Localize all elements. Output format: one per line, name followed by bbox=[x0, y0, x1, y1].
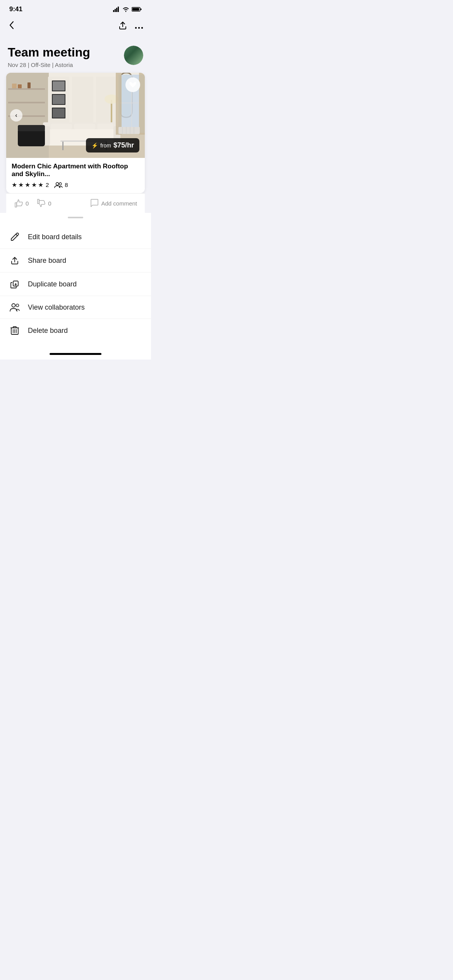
svg-rect-0 bbox=[113, 10, 114, 12]
svg-rect-13 bbox=[8, 88, 45, 90]
people-icon bbox=[9, 303, 20, 312]
svg-point-8 bbox=[138, 27, 140, 28]
delete-board-item[interactable]: Delete board bbox=[0, 319, 151, 342]
home-indicator bbox=[0, 350, 151, 360]
pencil-icon bbox=[9, 232, 20, 242]
review-count: 2 bbox=[46, 182, 49, 188]
wifi-icon bbox=[122, 7, 129, 12]
nav-bar bbox=[0, 16, 151, 38]
star-3: ★ bbox=[25, 181, 30, 188]
more-options-button[interactable] bbox=[135, 22, 143, 31]
delete-board-label: Delete board bbox=[28, 327, 68, 335]
drag-handle[interactable] bbox=[0, 213, 151, 222]
avatar[interactable] bbox=[124, 46, 143, 65]
duplicate-icon bbox=[9, 279, 20, 289]
svg-rect-6 bbox=[141, 9, 142, 10]
svg-rect-35 bbox=[74, 124, 95, 129]
share-board-label: Share board bbox=[28, 257, 66, 265]
venue-name: Modern Chic Apartment with Rooftop and S… bbox=[12, 163, 139, 178]
svg-point-7 bbox=[135, 27, 137, 28]
favorite-button[interactable] bbox=[125, 77, 140, 92]
share-upload-button[interactable] bbox=[118, 21, 127, 32]
dislike-button[interactable]: 0 bbox=[36, 199, 51, 207]
view-collaborators-item[interactable]: View collaborators bbox=[0, 296, 151, 319]
venue-card: ‹ ⚡ from $75/hr Modern Chic Apartment wi… bbox=[6, 73, 145, 193]
add-comment-label: Add comment bbox=[101, 200, 137, 207]
like-button[interactable]: 0 bbox=[14, 199, 29, 207]
svg-rect-46 bbox=[139, 73, 145, 135]
svg-rect-1 bbox=[115, 9, 116, 12]
svg-rect-36 bbox=[97, 124, 113, 129]
svg-rect-3 bbox=[118, 7, 119, 12]
drag-handle-bar bbox=[68, 217, 83, 218]
back-button[interactable] bbox=[8, 19, 15, 33]
capacity-count: 8 bbox=[65, 182, 68, 188]
svg-point-53 bbox=[59, 183, 62, 185]
star-1: ★ bbox=[12, 181, 17, 188]
edit-board-item[interactable]: Edit board details bbox=[0, 225, 151, 249]
capacity: 8 bbox=[54, 182, 68, 188]
svg-rect-27 bbox=[53, 108, 65, 118]
venue-image: ‹ ⚡ from $75/hr bbox=[6, 73, 145, 158]
svg-rect-38 bbox=[18, 125, 45, 131]
like-count: 0 bbox=[26, 200, 29, 207]
star-5: ★ bbox=[38, 181, 43, 188]
svg-rect-23 bbox=[53, 81, 65, 91]
venue-meta: ★ ★ ★ ★ ★ 2 8 bbox=[12, 181, 139, 188]
price-badge: ⚡ from $75/hr bbox=[86, 138, 139, 152]
svg-rect-37 bbox=[18, 129, 45, 146]
svg-rect-40 bbox=[62, 142, 63, 150]
svg-rect-45 bbox=[116, 73, 122, 135]
price-from-label: from bbox=[100, 142, 111, 149]
duplicate-board-item[interactable]: Duplicate board bbox=[0, 272, 151, 296]
svg-rect-34 bbox=[51, 124, 72, 129]
venue-info: Modern Chic Apartment with Rooftop and S… bbox=[6, 158, 145, 193]
star-4: ★ bbox=[31, 181, 37, 188]
header-text: Team meeting Nov 28 | Off-Site | Astoria bbox=[8, 46, 90, 68]
svg-rect-5 bbox=[132, 8, 139, 11]
status-time: 9:41 bbox=[9, 5, 22, 13]
reactions-left: 0 0 bbox=[14, 199, 51, 207]
signal-icon bbox=[113, 7, 120, 12]
board-title: Team meeting bbox=[8, 46, 90, 59]
share-icon bbox=[9, 256, 20, 265]
board-subtitle: Nov 28 | Off-Site | Astoria bbox=[8, 62, 90, 68]
svg-rect-47 bbox=[118, 127, 140, 134]
duplicate-board-label: Duplicate board bbox=[28, 280, 77, 288]
svg-rect-17 bbox=[18, 84, 22, 88]
view-collaborators-label: View collaborators bbox=[28, 303, 85, 312]
svg-point-9 bbox=[141, 27, 143, 28]
svg-rect-2 bbox=[116, 8, 117, 12]
nav-actions bbox=[118, 21, 143, 32]
svg-rect-14 bbox=[8, 102, 45, 103]
home-bar bbox=[50, 353, 101, 355]
rating-stars: ★ ★ ★ ★ ★ 2 bbox=[12, 181, 49, 188]
svg-point-55 bbox=[12, 304, 15, 307]
avatar-image bbox=[124, 46, 143, 65]
price-value: $75/hr bbox=[113, 141, 134, 149]
reactions-bar: 0 0 Add comment bbox=[6, 193, 145, 213]
dislike-count: 0 bbox=[48, 200, 51, 207]
status-icons bbox=[113, 7, 142, 12]
bottom-sheet-menu: Edit board details Share board Duplicate… bbox=[0, 222, 151, 350]
edit-board-label: Edit board details bbox=[28, 233, 82, 241]
lightning-icon: ⚡ bbox=[91, 142, 98, 149]
status-bar: 9:41 bbox=[0, 0, 151, 16]
svg-rect-25 bbox=[53, 95, 65, 104]
svg-rect-18 bbox=[27, 82, 31, 88]
svg-point-52 bbox=[56, 182, 59, 185]
star-2: ★ bbox=[18, 181, 24, 188]
trash-icon bbox=[9, 326, 20, 335]
add-comment-button[interactable]: Add comment bbox=[90, 199, 137, 207]
svg-point-56 bbox=[16, 304, 19, 307]
svg-rect-16 bbox=[12, 84, 17, 88]
prev-image-button[interactable]: ‹ bbox=[10, 109, 22, 122]
header-section: Team meeting Nov 28 | Off-Site | Astoria bbox=[0, 38, 151, 73]
share-board-item[interactable]: Share board bbox=[0, 249, 151, 272]
battery-icon bbox=[132, 7, 142, 12]
